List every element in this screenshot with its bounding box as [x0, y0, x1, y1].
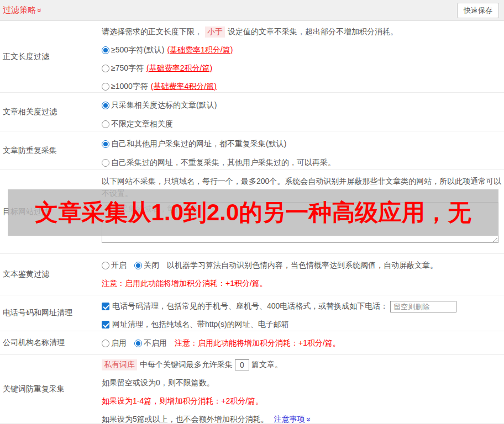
row-relevance-filter: 文章相关度过滤 只采集相关度达标的文章(默认) 不限定文章相关度 [0, 93, 504, 131]
radio-label[interactable]: 关闭 [144, 261, 159, 271]
private-lexicon-highlight: 私有词库 [102, 359, 137, 370]
radio-button[interactable] [102, 120, 109, 128]
radio-option-750[interactable]: ≥750字符 (基础费率2积分/篇) [102, 63, 500, 74]
radio-label: 自己采集过的网址，不重复采集，其他用户采集过的，可以再采。 [111, 158, 335, 168]
fee-note: (基础费率2积分/篇) [146, 63, 212, 73]
row-content: 电话号码清理，包括常见的手机号、座机号、400电话格式，或替换成如下电话： 网址… [97, 295, 504, 331]
keyword-note-cost: 如果设为1-4篇，则增加积分消耗：+2积分/篇。 [102, 395, 500, 407]
radio-label[interactable]: 不启用 [144, 338, 167, 348]
row-label: 文章防重复采集 [0, 131, 97, 169]
quick-save-button[interactable]: 快速保存 [457, 3, 499, 18]
row-content: 自己和其他用户采集过的网址，都不重复采集(默认) 自己采集过的网址，不重复采集，… [97, 131, 504, 169]
row-phone-url-cleanup: 电话号码和网址清理 电话号码清理，包括常见的手机号、座机号、400电话格式，或替… [0, 295, 504, 331]
intro-post: 设定值的文章不采集，超出部分不增加积分消耗。 [228, 27, 398, 37]
row-company-name-cleanup: 公司机构名称清理 启用 不启用 注意：启用此功能将增加积分消耗：+1积分/篇。 [0, 331, 504, 355]
radio-button[interactable] [102, 159, 109, 167]
radio-button-enable[interactable] [102, 340, 109, 347]
row-porn-filter: 文本鉴黄过滤 开启 关闭 以机器学习算法自动识别色情内容，当色情概率达到系统阈值… [0, 254, 504, 295]
row-content: 只采集相关度达标的文章(默认) 不限定文章相关度 [97, 93, 504, 131]
promo-overlay-text: 文章采集从1.0到2.0的另一种高级应用，无 [35, 197, 471, 228]
company-cleanup-warning: 注意：启用此功能将增加积分消耗：+1积分/篇。 [175, 338, 340, 348]
checkbox-url-cleanup[interactable] [102, 321, 109, 328]
radio-label: 只采集相关度达标的文章(默认) [111, 100, 217, 110]
phone-cleanup-option: 电话号码清理，包括常见的手机号、座机号、400电话格式，或替换成如下电话： [102, 300, 500, 312]
row-content: 开启 关闭 以机器学习算法自动识别色情内容，当色情概率达到系统阈值，自动屏蔽文章… [97, 254, 504, 295]
radio-button[interactable] [102, 102, 109, 109]
radio-label: ≥500字符(默认) [111, 45, 164, 55]
radio-label[interactable]: 启用 [111, 338, 127, 348]
company-cleanup-options: 启用 不启用 注意：启用此功能将增加积分消耗：+1积分/篇。 [102, 338, 500, 349]
porn-filter-options: 开启 关闭 以机器学习算法自动识别色情内容，当色情概率达到系统阈值，自动屏蔽文章… [102, 260, 500, 271]
replacement-phone-input[interactable] [390, 301, 456, 312]
fee-note: (基础费率4积分/篇) [151, 82, 217, 92]
row-label: 文本鉴黄过滤 [0, 254, 97, 295]
keyword-limit-input[interactable] [235, 359, 249, 370]
row-content: 启用 不启用 注意：启用此功能将增加积分消耗：+1积分/篇。 [97, 331, 504, 354]
row-label: 关键词防重复采集 [0, 355, 97, 423]
radio-option-no-limit[interactable]: 不限定文章相关度 [102, 119, 500, 130]
porn-filter-description: 以机器学习算法自动识别色情内容，当色情概率达到系统阈值，自动屏蔽文章。 [167, 261, 438, 271]
row-label: 文章相关度过滤 [0, 93, 97, 131]
radio-button-enable[interactable] [102, 262, 109, 269]
chevron-double-down-icon: » [305, 417, 313, 422]
radio-label: 不限定文章相关度 [111, 119, 173, 129]
radio-option-dedup-all[interactable]: 自己和其他用户采集过的网址，都不重复采集(默认) [102, 139, 500, 150]
page-title: 过滤策略 [3, 5, 36, 15]
radio-option-dedup-self[interactable]: 自己采集过的网址，不重复采集，其他用户采集过的，可以再采。 [102, 157, 500, 168]
keyword-note-unlimited: 如果留空或设为0，则不限篇数。 [102, 377, 500, 389]
promo-overlay-banner: 文章采集从1.0到2.0的另一种高级应用，无 [8, 189, 498, 236]
chevron-double-down-icon: » [36, 8, 44, 13]
radio-option-1000[interactable]: ≥1000字符 (基础费率4积分/篇) [102, 81, 500, 92]
radio-option-500[interactable]: ≥500字符(默认) (基础费率1积分/篇) [102, 45, 500, 56]
radio-button[interactable] [102, 83, 109, 91]
porn-filter-warning: 注意：启用此功能将增加积分消耗：+1积分/篇。 [102, 279, 500, 289]
row-body-length-filter: 正文长度过滤 请选择需求的正文长度下限， 小于 设定值的文章不采集，超出部分不增… [0, 21, 504, 93]
radio-label[interactable]: 开启 [111, 261, 127, 271]
keyword-limit-suffix: 篇文章。 [251, 360, 282, 370]
url-cleanup-option: 网址清理，包括纯域名、带http(s)的网址、电子邮箱 [102, 319, 500, 331]
row-label: 电话号码和网址清理 [0, 295, 97, 331]
radio-button-disable[interactable] [134, 262, 142, 269]
checkbox-label[interactable]: 网址清理，包括纯域名、带http(s)的网址、电子邮箱 [112, 320, 289, 330]
keyword-limit-text: 中每个关键词最多允许采集 [140, 360, 233, 370]
radio-button[interactable] [102, 46, 109, 54]
intro-pre: 请选择需求的正文长度下限， [102, 27, 202, 37]
keyword-limit-line: 私有词库 中每个关键词最多允许采集 篇文章。 [102, 359, 500, 371]
row-label: 公司机构名称清理 [0, 331, 97, 354]
less-than-highlight: 小于 [205, 26, 225, 38]
length-intro: 请选择需求的正文长度下限， 小于 设定值的文章不采集，超出部分不增加积分消耗。 [102, 26, 500, 38]
radio-option-relevant-only[interactable]: 只采集相关度达标的文章(默认) [102, 100, 500, 111]
keyword-note-text: 如果设为5篇或以上，也不会额外增加积分消耗。 [102, 415, 269, 424]
radio-label: ≥750字符 [111, 63, 144, 73]
fee-note: (基础费率1积分/篇) [167, 45, 233, 55]
radio-label: ≥1000字符 [111, 82, 148, 92]
checkbox-phone-cleanup[interactable] [102, 303, 109, 310]
keyword-note-five-plus: 如果设为5篇或以上，也不会额外增加积分消耗。 注意事项 » [102, 414, 500, 424]
checkbox-label[interactable]: 电话号码清理，包括常见的手机号、座机号、400电话格式，或替换成如下电话： [112, 301, 388, 311]
row-target-site-filter: 目标网站过滤 以下网站不采集，只填域名，每行一个，最多200个。系统会自动识别并… [0, 170, 504, 254]
radio-button-disable[interactable] [134, 340, 142, 347]
row-content: 私有词库 中每个关键词最多允许采集 篇文章。 如果留空或设为0，则不限篇数。 如… [97, 355, 504, 423]
topbar: 过滤策略 » 快速保存 [0, 0, 504, 21]
notes-link[interactable]: 注意事项 [274, 415, 305, 424]
row-content: 请选择需求的正文长度下限， 小于 设定值的文章不采集，超出部分不增加积分消耗。 … [97, 21, 504, 92]
radio-button[interactable] [102, 140, 109, 148]
radio-button[interactable] [102, 65, 109, 72]
radio-label: 自己和其他用户采集过的网址，都不重复采集(默认) [111, 139, 286, 149]
row-keyword-dedup: 关键词防重复采集 私有词库 中每个关键词最多允许采集 篇文章。 如果留空或设为0… [0, 355, 504, 424]
row-article-dedup: 文章防重复采集 自己和其他用户采集过的网址，都不重复采集(默认) 自己采集过的网… [0, 131, 504, 170]
filter-strategy-title[interactable]: 过滤策略 » [3, 5, 42, 15]
row-label: 正文长度过滤 [0, 21, 97, 92]
